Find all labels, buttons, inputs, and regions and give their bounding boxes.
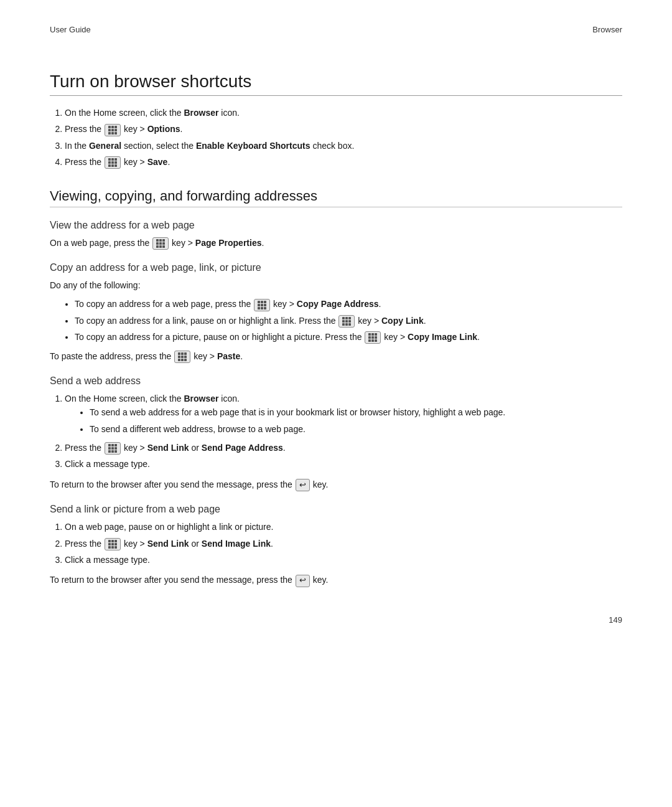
sub2-intro: Do any of the following: <box>50 278 622 292</box>
section-turn-on-shortcuts: Turn on browser shortcuts On the Home sc… <box>50 72 622 169</box>
menu-key-icon <box>105 124 121 136</box>
back-key-icon: ↩ <box>296 479 310 491</box>
sub4-title: Send a link or picture from a web page <box>50 504 622 515</box>
bullet-copy-link: To copy an address for a link, pause on … <box>75 314 622 328</box>
sub3-title: Send a web address <box>50 375 622 387</box>
menu-key-send2 <box>105 538 121 550</box>
menu-key-copy2 <box>338 315 355 328</box>
sub3-step3: Click a message type. <box>65 457 622 471</box>
bb-grid-icon <box>108 126 117 134</box>
header-left: User Guide <box>50 25 91 34</box>
bullet-copy-page: To copy an address for a web page, press… <box>75 297 622 311</box>
page-number: 149 <box>609 615 622 625</box>
section1-steps: On the Home screen, click the Browser ic… <box>65 106 622 169</box>
menu-key-copy1 <box>254 299 270 311</box>
sub4-step2: Press the key > Send Link or Send Image … <box>65 537 622 550</box>
sub2-paste: To paste the address, press the key > Pa… <box>50 349 622 363</box>
step-1-2: Press the key > Options. <box>65 122 622 136</box>
sub3-step2: Press the key > Send Link or Send Page A… <box>65 441 622 455</box>
sub3-return: To return to the browser after you send … <box>50 478 622 491</box>
sub4-step1: On a web page, pause on or highlight a l… <box>65 520 622 534</box>
menu-key-send1 <box>105 442 121 455</box>
bullet-copy-picture: To copy an address for a picture, pause … <box>75 330 622 344</box>
sub2-title: Copy an address for a web page, link, or… <box>50 262 622 273</box>
step-1-4: Press the key > Save. <box>65 155 622 169</box>
menu-key-icon-2 <box>105 156 121 169</box>
sub3-step1-bullets: To send a web address for a web page tha… <box>90 405 622 436</box>
section-viewing-copying: Viewing, copying, and forwarding address… <box>50 188 622 587</box>
sub3-step1: On the Home screen, click the Browser ic… <box>65 392 622 436</box>
sub2-bullets: To copy an address for a web page, press… <box>75 297 622 344</box>
step-1-1: On the Home screen, click the Browser ic… <box>65 106 622 120</box>
sub4-steps: On a web page, pause on or highlight a l… <box>65 520 622 567</box>
sub4-return: To return to the browser after you send … <box>50 573 622 587</box>
page-header: User Guide Browser <box>50 25 622 34</box>
page: User Guide Browser Turn on browser short… <box>0 0 672 643</box>
sub4-step3: Click a message type. <box>65 553 622 567</box>
menu-key-paste <box>174 351 190 363</box>
section1-title: Turn on browser shortcuts <box>50 72 622 96</box>
header-right: Browser <box>592 25 622 34</box>
bb-grid-icon-2 <box>108 158 117 167</box>
menu-key-sub1 <box>152 237 169 250</box>
sub3-bullet2: To send a different web address, browse … <box>90 422 622 436</box>
step-1-3: In the General section, select the Enabl… <box>65 139 622 153</box>
sub3-bullet1: To send a web address for a web page tha… <box>90 405 622 419</box>
sub3-steps: On the Home screen, click the Browser ic… <box>65 392 622 471</box>
sub1-text: On a web page, press the key > Page Prop… <box>50 236 622 250</box>
menu-key-copy3 <box>365 331 381 344</box>
sub1-title: View the address for a web page <box>50 220 622 231</box>
back-key-icon-2: ↩ <box>296 575 310 587</box>
section2-title: Viewing, copying, and forwarding address… <box>50 188 622 207</box>
